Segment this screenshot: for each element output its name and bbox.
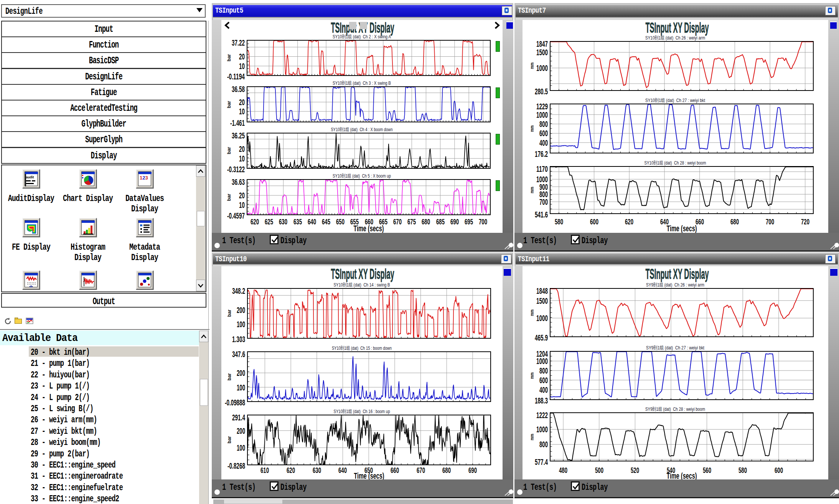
svg-text:100: 100 <box>237 320 245 329</box>
svg-text:188.3: 188.3 <box>535 396 548 405</box>
svg-text:bar: bar <box>226 147 232 154</box>
svg-text:100: 100 <box>237 443 245 453</box>
svg-text:1222: 1222 <box>536 410 548 420</box>
svg-text:mm: mm <box>529 434 535 440</box>
svg-text:1500: 1500 <box>536 48 548 57</box>
svg-text:-0.1194: -0.1194 <box>227 72 245 81</box>
svg-text:690: 690 <box>450 217 459 226</box>
svg-text:1000: 1000 <box>536 356 548 366</box>
svg-text:SY9剖1组 (dat) Ch 26 : weiyi ar: SY9剖1组 (dat) Ch 26 : weiyi arm <box>646 282 704 288</box>
svg-text:-0.8268: -0.8268 <box>227 461 245 471</box>
svg-text:bar: bar <box>227 373 232 380</box>
svg-text:bar: bar <box>227 310 232 317</box>
svg-text:600: 600 <box>539 128 548 138</box>
svg-text:bar: bar <box>226 194 232 201</box>
svg-text:10: 10 <box>239 200 245 210</box>
svg-text:SY10剖1组 (dat) Ch 28 : weiyi b: SY10剖1组 (dat) Ch 28 : weiyi boom <box>644 160 706 166</box>
svg-text:SY10剖1组 (dat) Ch 26 : weiyi a: SY10剖1组 (dat) Ch 26 : weiyi arm <box>645 35 705 41</box>
svg-text:1000: 1000 <box>536 63 548 73</box>
svg-text:SY10剖1组 (dat) Ch 4 : X boom d: SY10剖1组 (dat) Ch 4 : X boom down <box>331 127 393 132</box>
svg-text:600: 600 <box>775 466 783 474</box>
svg-text:625: 625 <box>265 217 273 226</box>
svg-text:mm: mm <box>529 125 535 132</box>
svg-text:10: 10 <box>239 61 245 71</box>
svg-text:600: 600 <box>590 217 598 226</box>
svg-text:685: 685 <box>436 217 445 226</box>
svg-text:10: 10 <box>239 107 245 116</box>
svg-text:36.58: 36.58 <box>232 84 245 94</box>
svg-text:200: 200 <box>237 426 245 436</box>
svg-text:620: 620 <box>625 217 633 226</box>
svg-text:720: 720 <box>801 217 809 226</box>
svg-text:100: 100 <box>237 383 245 392</box>
svg-text:400: 400 <box>539 138 548 148</box>
svg-text:670: 670 <box>417 466 425 474</box>
svg-text:SY10剖1组 (dat) Ch 15 : boom do: SY10剖1组 (dat) Ch 15 : boom down <box>332 345 392 351</box>
svg-text:-1.461: -1.461 <box>230 118 245 128</box>
svg-text:-0.3122: -0.3122 <box>227 165 245 174</box>
svg-text:mm: mm <box>529 372 535 379</box>
svg-text:640: 640 <box>338 466 347 474</box>
svg-text:Time (secs): Time (secs) <box>354 224 384 233</box>
svg-text:695: 695 <box>465 217 473 226</box>
svg-text:630: 630 <box>313 466 321 474</box>
svg-text:280.5: 280.5 <box>535 87 548 96</box>
svg-text:176.2: 176.2 <box>535 149 548 159</box>
svg-text:Time (secs): Time (secs) <box>667 471 697 479</box>
svg-text:37.22: 37.22 <box>232 38 245 48</box>
svg-text:520: 520 <box>631 466 639 474</box>
svg-text:291.4: 291.4 <box>232 413 245 422</box>
svg-text:1000: 1000 <box>536 110 548 120</box>
svg-text:580: 580 <box>555 217 563 226</box>
svg-text:800: 800 <box>539 440 548 449</box>
svg-text:1000: 1000 <box>536 425 548 434</box>
svg-text:36.25: 36.25 <box>232 131 245 140</box>
svg-text:bar: bar <box>226 54 232 61</box>
svg-text:347.6: 347.6 <box>232 349 245 359</box>
svg-text:800: 800 <box>539 366 548 376</box>
svg-text:670: 670 <box>393 217 402 226</box>
svg-text:577.4: 577.4 <box>535 457 548 467</box>
svg-text:635: 635 <box>293 217 302 226</box>
svg-text:690: 690 <box>468 466 477 474</box>
svg-text:560: 560 <box>703 466 711 474</box>
svg-text:SY10剖1组 (dat) Ch 14 : swing B: SY10剖1组 (dat) Ch 14 : swing B <box>334 282 390 288</box>
svg-text:-0.4597: -0.4597 <box>227 211 245 221</box>
svg-text:620: 620 <box>251 217 259 226</box>
svg-text:580: 580 <box>738 466 747 474</box>
svg-text:1000: 1000 <box>536 313 548 323</box>
svg-text:675: 675 <box>407 217 416 226</box>
svg-text:541.6: 541.6 <box>535 210 548 219</box>
svg-text:TSInput XY Display: TSInput XY Display <box>331 266 394 282</box>
svg-text:mm: mm <box>529 63 535 69</box>
svg-text:800: 800 <box>539 119 548 129</box>
svg-text:1170: 1170 <box>536 164 548 174</box>
svg-text:400: 400 <box>539 385 548 395</box>
svg-text:680: 680 <box>422 217 430 226</box>
svg-text:348.2: 348.2 <box>232 286 245 296</box>
svg-text:700: 700 <box>479 217 487 226</box>
svg-text:20: 20 <box>239 191 245 200</box>
svg-text:480: 480 <box>559 466 567 474</box>
svg-text:20: 20 <box>239 97 245 107</box>
svg-text:700: 700 <box>539 197 548 207</box>
svg-text:36.63: 36.63 <box>232 177 245 187</box>
svg-text:20: 20 <box>239 52 245 61</box>
svg-text:200: 200 <box>237 368 245 378</box>
svg-text:610: 610 <box>260 466 269 474</box>
svg-text:645: 645 <box>322 217 330 226</box>
svg-text:500: 500 <box>595 466 603 474</box>
svg-text:SY9剖1组 (dat) Ch 28 : weiyi bo: SY9剖1组 (dat) Ch 28 : weiyi boom <box>645 406 705 412</box>
svg-text:465.9: 465.9 <box>535 333 548 343</box>
svg-text:620: 620 <box>287 466 295 474</box>
svg-text:640: 640 <box>308 217 316 226</box>
svg-text:SY10剖1组 (dat) Ch 16 : boom up: SY10剖1组 (dat) Ch 16 : boom up <box>334 408 390 414</box>
svg-text:bar: bar <box>226 101 232 108</box>
svg-text:Time (secs): Time (secs) <box>667 224 697 233</box>
svg-text:1.303: 1.303 <box>232 334 245 344</box>
svg-text:10: 10 <box>239 154 245 163</box>
svg-text:650: 650 <box>336 217 345 226</box>
svg-text:660: 660 <box>391 466 399 474</box>
svg-text:SY10剖1组 (dat) Ch 5 : X boom u: SY10剖1组 (dat) Ch 5 : X boom up <box>333 173 391 179</box>
svg-text:SY10剖1组 (dat) Ch 3 : X swing: SY10剖1组 (dat) Ch 3 : X swing B <box>333 80 391 86</box>
